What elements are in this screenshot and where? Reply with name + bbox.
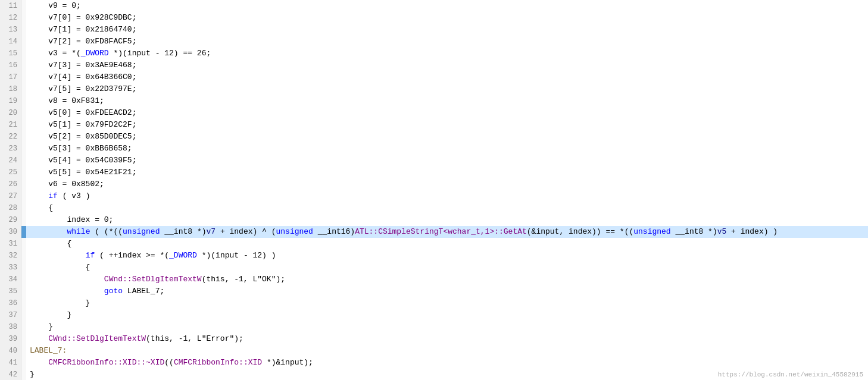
code-token: [30, 275, 104, 284]
line-number: 13: [0, 24, 21, 36]
line-content: {: [26, 262, 868, 274]
code-token: v9 = 0;: [30, 1, 81, 10]
line-number: 18: [0, 83, 21, 95]
code-line: 34 CWnd::SetDlgItemTextW(this, -1, L"OK"…: [0, 274, 868, 285]
line-indicator: [21, 0, 26, 12]
line-number: 22: [0, 131, 21, 143]
code-line: 35 goto LABEL_7;: [0, 285, 868, 297]
code-token: }: [30, 310, 71, 319]
code-line: 19 v8 = 0xF831;: [0, 95, 868, 107]
line-content: v7[4] = 0x64B366C0;: [26, 71, 868, 83]
line-indicator: [21, 297, 26, 309]
line-indicator: [21, 238, 26, 250]
line-content: v7[5] = 0x22D3797E;: [26, 83, 868, 95]
line-number: 40: [0, 345, 21, 357]
code-token: CMFCRibbonInfo::XID: [174, 358, 262, 367]
code-token: [30, 287, 104, 296]
line-indicator: [21, 143, 26, 155]
code-line: 13 v7[1] = 0x21864740;: [0, 24, 868, 36]
code-token: unsigned: [123, 227, 160, 236]
line-indicator: [21, 345, 26, 357]
code-line: 37 }: [0, 309, 868, 321]
line-number: 35: [0, 285, 21, 297]
line-content: CWnd::SetDlgItemTextW(this, -1, L"Error"…: [26, 333, 868, 345]
line-content: CWnd::SetDlgItemTextW(this, -1, L"OK");: [26, 274, 868, 285]
line-number: 42: [0, 369, 21, 380]
line-content: v5[1] = 0x79FD2C2F;: [26, 119, 868, 131]
line-content: }: [26, 297, 868, 309]
line-indicator: [21, 59, 26, 71]
code-token: [30, 334, 48, 343]
line-content: v7[1] = 0x21864740;: [26, 24, 868, 36]
line-indicator: [21, 131, 26, 143]
line-indicator: [21, 226, 26, 238]
code-token: v7[2] = 0xFD8FACF5;: [30, 37, 136, 46]
line-number: 14: [0, 36, 21, 48]
code-line: 24 v5[4] = 0x54C039F5;: [0, 155, 868, 167]
line-number: 32: [0, 250, 21, 262]
code-token: + index) ^ (: [216, 227, 276, 236]
line-content: v9 = 0;: [26, 0, 868, 12]
line-number: 27: [0, 190, 21, 202]
line-indicator: [21, 95, 26, 107]
line-content: {: [26, 238, 868, 250]
code-line: 32 if ( ++index >= *(_DWORD *)(input - 1…: [0, 250, 868, 262]
line-indicator: [21, 83, 26, 95]
code-token: __int16): [313, 227, 355, 236]
code-token: {: [30, 203, 53, 212]
code-token: [30, 227, 67, 236]
line-number: 17: [0, 71, 21, 83]
code-token: [30, 358, 48, 367]
line-indicator: [21, 119, 26, 131]
line-content: v7[2] = 0xFD8FACF5;: [26, 36, 868, 48]
code-token: }: [30, 370, 35, 379]
code-line: 31 {: [0, 238, 868, 250]
line-number: 25: [0, 167, 21, 178]
code-token: _DWORD: [169, 251, 197, 260]
code-line: 25 v5[5] = 0x54E21F21;: [0, 167, 868, 178]
code-line: 26 v6 = 0x8502;: [0, 178, 868, 190]
line-indicator: [21, 167, 26, 178]
code-token: {: [30, 239, 71, 248]
line-indicator: [21, 155, 26, 167]
code-token: {: [30, 263, 90, 272]
code-token: if: [48, 191, 58, 200]
code-token: (this, -1, L"Error");: [146, 334, 243, 343]
code-token: goto: [104, 287, 123, 296]
code-token: ( ++index >= *(: [95, 251, 169, 260]
code-line: 36 }: [0, 297, 868, 309]
line-number: 30: [0, 226, 21, 238]
line-indicator: [21, 262, 26, 274]
code-token: v5[3] = 0xBB6B658;: [30, 144, 132, 153]
line-content: {: [26, 202, 868, 214]
line-content: v7[3] = 0x3AE9E468;: [26, 59, 868, 71]
code-token: v7[4] = 0x64B366C0;: [30, 73, 136, 81]
line-content: v6 = 0x8502;: [26, 178, 868, 190]
code-token: CMFCRibbonInfo::XID::~XID: [48, 358, 164, 367]
line-number: 23: [0, 143, 21, 155]
code-token: _DWORD: [81, 49, 109, 58]
code-line: 20 v5[0] = 0xFDEEACD2;: [0, 107, 868, 119]
line-indicator: [21, 71, 26, 83]
line-number: 31: [0, 238, 21, 250]
code-token: v3 = *(: [30, 49, 81, 58]
code-token: unsigned: [633, 227, 670, 236]
code-token: v7[0] = 0x928C9DBC;: [30, 13, 136, 22]
code-token: v6 = 0x8502;: [30, 180, 104, 189]
line-indicator: [21, 333, 26, 345]
code-token: v5: [717, 227, 727, 236]
code-line: 30 while ( (*((unsigned __int8 *)v7 + in…: [0, 226, 868, 238]
code-token: v7: [206, 227, 216, 236]
line-number: 34: [0, 274, 21, 285]
code-token: LABEL_7:: [30, 346, 67, 355]
code-token: v5[2] = 0x85D0DEC5;: [30, 132, 136, 141]
code-token: v7[3] = 0x3AE9E468;: [30, 61, 136, 70]
code-token: }: [30, 322, 53, 331]
code-token: *)(input - 12) ): [197, 251, 276, 260]
code-line: 33 {: [0, 262, 868, 274]
code-token: *)&input);: [262, 358, 313, 367]
code-token: index = 0;: [30, 215, 113, 224]
code-line: 38 }: [0, 321, 868, 333]
line-content: v5[2] = 0x85D0DEC5;: [26, 131, 868, 143]
line-number: 37: [0, 309, 21, 321]
